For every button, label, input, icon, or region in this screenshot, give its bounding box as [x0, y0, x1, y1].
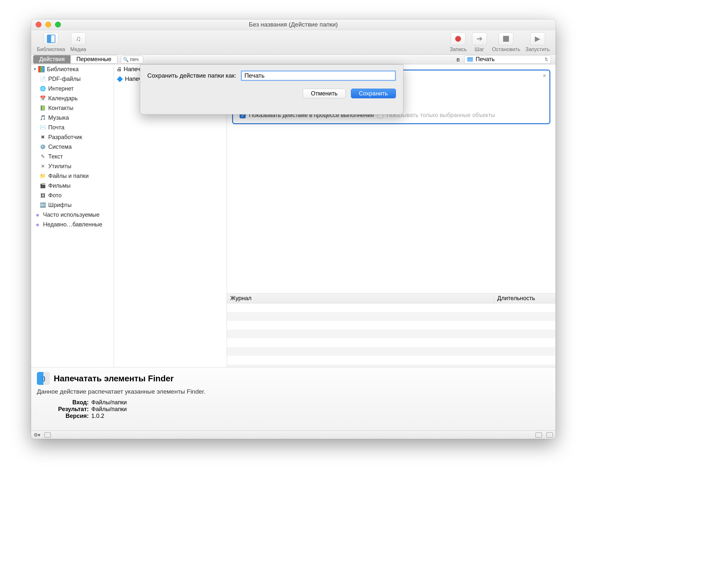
info-title: Напечатать элементы Finder: [54, 374, 174, 384]
contacts-icon: [40, 105, 46, 111]
record-button[interactable]: Запись: [450, 32, 467, 52]
info-description: Данное действие распечатает указанные эл…: [37, 388, 550, 395]
calendar-icon: [40, 95, 46, 102]
sidebar-item-files[interactable]: Файлы и папки: [31, 171, 114, 181]
window-title: Без названия (Действие папки): [31, 21, 556, 28]
library-tabs: Действия Переменные: [33, 55, 118, 64]
mail-icon: [40, 124, 46, 131]
play-icon: [530, 32, 545, 45]
tab-variables[interactable]: Переменные: [71, 55, 117, 63]
folder-action-label: в: [457, 56, 460, 63]
search-input[interactable]: печ: [121, 56, 143, 63]
save-sheet: Сохранить действие папки как: Отменить С…: [140, 64, 403, 114]
music-icon: [40, 114, 46, 121]
media-button[interactable]: Медиа: [70, 32, 86, 52]
media-icon: [71, 32, 86, 45]
titlebar: Без названия (Действие папки): [31, 19, 556, 30]
sidebar-item-text[interactable]: Текст: [31, 152, 114, 161]
sidebar-item-developer[interactable]: Разработчик: [31, 132, 114, 142]
disclosure-icon[interactable]: ▼: [33, 67, 37, 71]
library-icon: [38, 66, 45, 72]
step-icon: [472, 32, 487, 45]
smart-folder-icon: [34, 212, 41, 218]
folder-icon: [40, 173, 46, 179]
sidebar-smart-frequent[interactable]: Часто используемые: [31, 210, 114, 219]
stop-button[interactable]: Остановить: [492, 32, 520, 52]
globe-icon: [40, 85, 46, 92]
stop-icon: [499, 32, 514, 45]
log-rows: [227, 303, 556, 367]
text-icon: [40, 153, 46, 160]
sidebar-item-system[interactable]: Система: [31, 142, 114, 152]
flow-view-icon[interactable]: [546, 433, 553, 438]
status-icon[interactable]: [44, 433, 51, 438]
automator-window: Без названия (Действие папки) Библиотека…: [31, 19, 556, 439]
save-label: Сохранить действие папки как:: [147, 72, 236, 79]
tab-actions[interactable]: Действия: [33, 55, 71, 63]
save-name-input[interactable]: [241, 70, 396, 81]
finder-icon: [37, 372, 50, 385]
library-sidebar: ▼Библиотека PDF-файлы Интернет Календарь…: [31, 64, 114, 367]
sidebar-item-mail[interactable]: Почта: [31, 123, 114, 132]
record-icon: [451, 32, 465, 45]
sidebar-item-photos[interactable]: Фото: [31, 190, 114, 200]
log-col-journal[interactable]: Журнал: [227, 295, 494, 302]
hammer-icon: [40, 134, 46, 140]
sidebar-item-calendar[interactable]: Календарь: [31, 93, 114, 103]
gear-menu-icon[interactable]: ⚙︎▾: [34, 432, 40, 438]
pdf-icon: [40, 76, 46, 82]
folder-select[interactable]: Печать: [464, 55, 551, 64]
library-button[interactable]: Библиотека: [37, 32, 65, 52]
sidebar-item-fonts[interactable]: Шрифты: [31, 200, 114, 210]
log-col-duration[interactable]: Длительность: [494, 295, 556, 302]
save-button[interactable]: Сохранить: [351, 89, 396, 98]
step-button[interactable]: Шаг: [472, 32, 487, 52]
photo-icon: [40, 192, 46, 198]
library-icon: [44, 32, 59, 45]
sidebar-item-internet[interactable]: Интернет: [31, 84, 114, 93]
cancel-button[interactable]: Отменить: [303, 89, 345, 98]
sidebar-item-contacts[interactable]: Контакты: [31, 103, 114, 113]
close-icon[interactable]: ×: [543, 72, 546, 79]
film-icon: [40, 183, 46, 189]
sidebar-item-pdf[interactable]: PDF-файлы: [31, 74, 114, 84]
status-bar: ⚙︎▾: [31, 430, 556, 439]
sidebar-item-music[interactable]: Музыка: [31, 113, 114, 123]
toolbar: Библиотека Медиа Запись Шаг Остановить З…: [31, 30, 556, 55]
secondary-bar: Действия Переменные печ в Печать: [31, 55, 556, 64]
run-button[interactable]: Запустить: [525, 32, 550, 52]
info-panel: Напечатать элементы Finder Данное действ…: [31, 367, 556, 430]
log-panel: Журнал Длительность: [227, 293, 556, 367]
tools-icon: [40, 163, 46, 169]
smart-folder-icon: [34, 221, 41, 228]
sidebar-smart-recent[interactable]: Недавно…бавленные: [31, 219, 114, 229]
sidebar-item-movies[interactable]: Фильмы: [31, 181, 114, 190]
font-icon: [40, 202, 46, 208]
sidebar-item-utilities[interactable]: Утилиты: [31, 161, 114, 171]
sidebar-root[interactable]: ▼Библиотека: [31, 64, 114, 74]
gear-icon: [40, 144, 46, 150]
list-view-icon[interactable]: [536, 433, 542, 438]
